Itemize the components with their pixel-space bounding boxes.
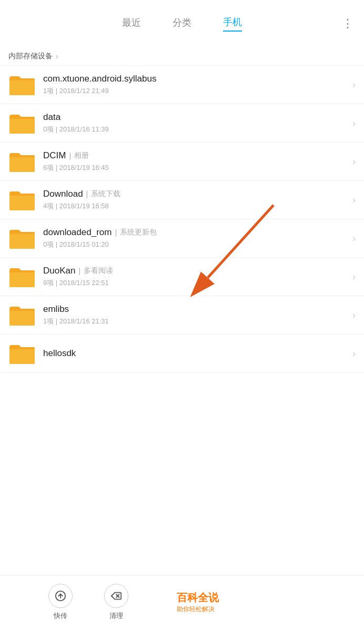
quick-send-action[interactable]: 快传 <box>48 584 73 621</box>
file-info: com.xtuone.android.syllabus1项 | 2018/1/1… <box>43 74 347 96</box>
list-item[interactable]: data0项 | 2018/1/16 11:39› <box>0 104 364 143</box>
file-name-main: com.xtuone.android.syllabus <box>43 74 156 84</box>
folder-icon <box>8 73 36 96</box>
file-name-tag: 相册 <box>74 151 89 160</box>
clean-label: 清理 <box>109 611 123 621</box>
breadcrumb-path: 内部存储设备 <box>8 52 53 61</box>
chevron-right-icon: › <box>352 271 356 282</box>
file-info: data0项 | 2018/1/16 11:39 <box>43 112 347 134</box>
header: 最近 分类 手机 ⋮ <box>0 0 364 47</box>
tab-category[interactable]: 分类 <box>173 16 191 31</box>
chevron-right-icon: › <box>352 233 356 244</box>
folder-icon <box>8 227 36 250</box>
folder-icon <box>8 112 36 135</box>
clean-action[interactable]: 清理 <box>104 584 128 621</box>
folder-icon <box>8 342 36 365</box>
chevron-right-icon: › <box>352 348 356 359</box>
file-meta: 0项 | 2018/1/15 01:20 <box>43 240 347 249</box>
promo-title: 百科全说 <box>177 591 219 605</box>
file-meta: 1项 | 2018/1/16 21:31 <box>43 317 347 326</box>
file-info: hellosdk <box>43 348 347 359</box>
breadcrumb: 内部存储设备 › <box>0 47 364 66</box>
file-meta: 4项 | 2018/1/19 16:58 <box>43 201 347 211</box>
list-item[interactable]: downloaded_rom| 系统更新包0项 | 2018/1/15 01:2… <box>0 219 364 258</box>
file-name-main: data <box>43 112 60 123</box>
folder-icon <box>8 150 36 173</box>
list-item[interactable]: Download| 系统下载4项 | 2018/1/19 16:58› <box>0 181 364 219</box>
file-name-tag: 系统下载 <box>91 189 120 199</box>
list-item[interactable]: DuoKan| 多看阅读9项 | 2018/1/15 22:51› <box>0 258 364 296</box>
file-list: com.xtuone.android.syllabus1项 | 2018/1/1… <box>0 66 364 575</box>
list-item[interactable]: com.xtuone.android.syllabus1项 | 2018/1/1… <box>0 66 364 104</box>
file-info: emlibs1项 | 2018/1/16 21:31 <box>43 304 347 326</box>
chevron-right-icon: › <box>352 79 356 90</box>
file-name-main: DCIM <box>43 150 66 161</box>
file-name-main: Download <box>43 189 83 199</box>
file-meta: 9项 | 2018/1/15 22:51 <box>43 278 347 288</box>
file-info: Download| 系统下载4项 | 2018/1/19 16:58 <box>43 189 347 211</box>
chevron-right-icon: › <box>352 195 356 206</box>
file-name-separator: | <box>78 267 80 275</box>
tab-bar: 最近 分类 手机 <box>122 16 242 32</box>
file-name-main: emlibs <box>43 304 69 315</box>
file-meta: 0项 | 2018/1/16 11:39 <box>43 125 347 134</box>
file-name-separator: | <box>115 228 117 237</box>
file-name-main: hellosdk <box>43 348 76 359</box>
list-item[interactable]: emlibs1项 | 2018/1/16 21:31› <box>0 296 364 335</box>
folder-icon <box>8 188 36 211</box>
promo-subtitle: 助你轻松解决 <box>177 605 215 614</box>
file-info: DuoKan| 多看阅读9项 | 2018/1/15 22:51 <box>43 266 347 288</box>
file-name-separator: | <box>86 190 88 198</box>
bottom-bar: 快传 清理 百科全说 助你轻松解决 <box>0 575 364 628</box>
list-item[interactable]: hellosdk› <box>0 335 364 373</box>
file-name-tag: 系统更新包 <box>120 228 157 237</box>
file-name-main: DuoKan <box>43 266 75 276</box>
quick-send-label: 快传 <box>54 611 67 621</box>
quick-send-icon <box>48 584 73 608</box>
more-menu-icon[interactable]: ⋮ <box>342 17 353 31</box>
list-item[interactable]: DCIM| 相册6项 | 2018/1/19 16:45› <box>0 143 364 181</box>
file-info: DCIM| 相册6项 | 2018/1/19 16:45 <box>43 150 347 173</box>
file-meta: 6项 | 2018/1/19 16:45 <box>43 163 347 173</box>
bottom-actions: 快传 清理 <box>0 584 177 621</box>
chevron-right-icon: › <box>352 156 356 167</box>
file-info: downloaded_rom| 系统更新包0项 | 2018/1/15 01:2… <box>43 227 347 249</box>
folder-icon <box>8 265 36 288</box>
breadcrumb-chevron-icon: › <box>56 52 58 60</box>
file-meta: 1项 | 2018/1/12 21:49 <box>43 86 347 96</box>
tab-recent[interactable]: 最近 <box>122 16 141 31</box>
chevron-right-icon: › <box>352 310 356 321</box>
tab-phone[interactable]: 手机 <box>223 16 242 32</box>
bottom-promo[interactable]: 百科全说 助你轻松解决 <box>177 591 364 614</box>
folder-icon <box>8 303 36 327</box>
clean-icon <box>104 584 128 608</box>
file-name-main: downloaded_rom <box>43 227 112 238</box>
file-name-tag: 多看阅读 <box>84 266 113 276</box>
file-name-separator: | <box>69 151 71 160</box>
chevron-right-icon: › <box>352 118 356 129</box>
